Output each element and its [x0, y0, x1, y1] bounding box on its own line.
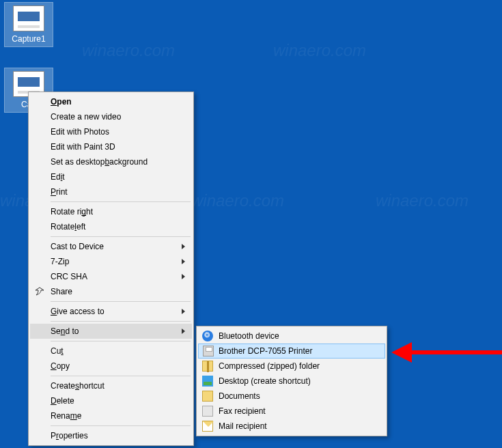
- menu-properties[interactable]: Properties: [30, 428, 192, 443]
- watermark: winaero.com: [273, 41, 366, 60]
- menu-separator: [51, 236, 191, 237]
- share-icon: [34, 286, 45, 297]
- context-menu: Open Create a new video Edit with Photos…: [28, 92, 194, 446]
- menu-separator: [51, 301, 191, 302]
- menu-separator: [51, 201, 191, 202]
- desktop-icon: [202, 376, 213, 387]
- arrow-head-icon: [391, 342, 412, 363]
- menu-crc-sha[interactable]: CRC SHA: [30, 269, 192, 284]
- menu-share[interactable]: Share: [30, 284, 192, 299]
- watermark: winaero.com: [191, 191, 284, 210]
- menu-rotate-left[interactable]: Rotate left: [30, 219, 192, 234]
- icon-label: Capture1: [6, 34, 51, 44]
- sendto-mail[interactable]: Mail recipient: [198, 419, 385, 434]
- menu-separator: [51, 321, 191, 322]
- menu-rotate-right[interactable]: Rotate right: [30, 204, 192, 219]
- menu-rename[interactable]: Rename: [30, 408, 192, 423]
- sendto-brother-printer[interactable]: Brother DCP-7055 Printer: [198, 344, 385, 359]
- menu-cast-to-device[interactable]: Cast to Device: [30, 239, 192, 254]
- menu-cut[interactable]: Cut: [30, 344, 192, 359]
- menu-separator: [51, 341, 191, 341]
- menu-edit-paint3d[interactable]: Edit with Paint 3D: [30, 139, 192, 154]
- watermark: winaero.com: [82, 41, 175, 60]
- menu-separator: [51, 425, 191, 426]
- sendto-documents[interactable]: Documents: [198, 389, 385, 404]
- menu-give-access-to[interactable]: Give access to: [30, 304, 192, 319]
- send-to-submenu: Bluetooth device Brother DCP-7055 Printe…: [196, 326, 387, 436]
- bluetooth-icon: [202, 331, 213, 341]
- desktop-icon-capture1[interactable]: Capture1: [5, 3, 53, 46]
- menu-delete[interactable]: Delete: [30, 393, 192, 408]
- submenu-arrow-icon: [182, 244, 185, 249]
- menu-separator: [51, 376, 191, 376]
- menu-create-shortcut[interactable]: Create shortcut: [30, 378, 192, 393]
- mail-icon: [202, 421, 213, 432]
- submenu-arrow-icon: [182, 259, 185, 264]
- annotation-arrow: [391, 342, 502, 363]
- menu-edit-photos[interactable]: Edit with Photos: [30, 124, 192, 139]
- submenu-arrow-icon: [182, 309, 185, 314]
- printer-icon: [203, 346, 214, 356]
- submenu-arrow-icon: [182, 328, 185, 334]
- menu-open[interactable]: Open: [30, 94, 192, 109]
- menu-set-background[interactable]: Set as desktop background: [30, 154, 192, 169]
- zip-folder-icon: [202, 361, 213, 372]
- menu-print[interactable]: Print: [30, 184, 192, 199]
- fax-icon: [202, 406, 213, 417]
- submenu-arrow-icon: [182, 274, 185, 279]
- image-thumbnail-icon: [13, 5, 44, 31]
- menu-edit[interactable]: Edit: [30, 169, 192, 184]
- folder-icon: [202, 391, 213, 402]
- sendto-fax[interactable]: Fax recipient: [198, 404, 385, 419]
- sendto-zip[interactable]: Compressed (zipped) folder: [198, 359, 385, 374]
- sendto-bluetooth[interactable]: Bluetooth device: [198, 328, 385, 344]
- menu-copy[interactable]: Copy: [30, 359, 192, 374]
- menu-create-video[interactable]: Create a new video: [30, 109, 192, 124]
- sendto-desktop-shortcut[interactable]: Desktop (create shortcut): [198, 374, 385, 389]
- watermark: winaero.com: [376, 191, 469, 210]
- menu-7zip[interactable]: 7-Zip: [30, 254, 192, 269]
- arrow-line: [410, 350, 502, 354]
- menu-send-to[interactable]: Send to: [30, 324, 192, 339]
